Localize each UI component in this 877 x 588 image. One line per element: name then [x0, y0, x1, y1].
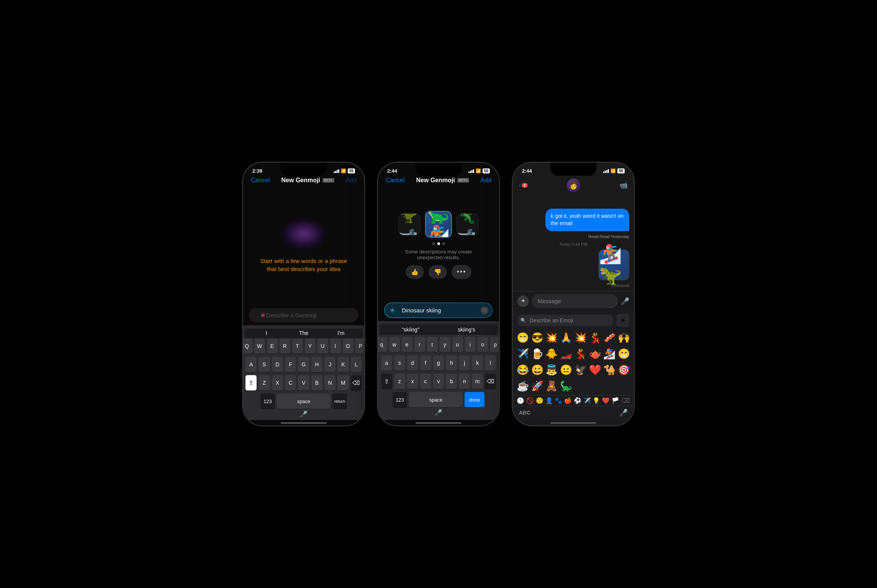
key-delete[interactable]: ⌫	[351, 375, 362, 390]
kb2-key-c[interactable]: c	[420, 374, 431, 389]
kb2-key-b[interactable]: b	[446, 374, 457, 389]
key-shift[interactable]: ⇧	[245, 375, 257, 390]
kb2-key-n[interactable]: n	[459, 374, 470, 389]
key-f[interactable]: F	[285, 357, 296, 372]
emoji-mic-button[interactable]: 🎤	[619, 408, 628, 417]
emoji-search-input[interactable]: Describe an Emoji	[517, 315, 613, 326]
suggestion-skiings[interactable]: skiing's	[438, 327, 494, 333]
key-l[interactable]: L	[351, 357, 362, 372]
suggestion-skiing-quoted[interactable]: "skiing"	[383, 327, 438, 333]
key-u[interactable]: U	[317, 338, 328, 354]
key-c[interactable]: C	[285, 375, 296, 390]
kb2-key-q[interactable]: q	[377, 337, 387, 352]
emoji-cell-1[interactable]: 😁	[516, 330, 530, 345]
key-s[interactable]: S	[259, 357, 270, 372]
mic-button-messages[interactable]: 🎤	[621, 297, 629, 305]
emoji-cell-15[interactable]: 🏂	[603, 346, 617, 361]
kb2-key-z[interactable]: z	[394, 374, 405, 389]
p2-input-text[interactable]: Dinosaur skiing	[402, 307, 441, 314]
emoji-cell-2[interactable]: 😎	[530, 330, 544, 345]
kb2-key-delete[interactable]: ⌫	[485, 374, 496, 389]
kb2-key-r[interactable]: r	[414, 337, 425, 352]
emoji-cell-6[interactable]: 💃	[588, 330, 602, 345]
suggestion-i[interactable]: I	[248, 330, 285, 336]
kb2-key-i[interactable]: i	[465, 337, 476, 352]
message-input[interactable]: Message	[532, 294, 618, 308]
key-w[interactable]: W	[254, 338, 265, 354]
kb2-key-d[interactable]: d	[407, 355, 418, 371]
emoji-cell-28[interactable]: 🦕	[559, 378, 573, 394]
key-y[interactable]: Y	[305, 338, 316, 354]
emoji-cat-food[interactable]: 🍎	[564, 397, 572, 404]
emoji-cell-23[interactable]: 🐪	[603, 362, 617, 377]
video-call-button[interactable]: 📹	[619, 181, 628, 189]
key-m[interactable]: M	[337, 375, 349, 390]
kb2-key-o[interactable]: o	[478, 337, 488, 352]
emoji-cat-travel[interactable]: ✈️	[583, 397, 591, 404]
back-button[interactable]: ‹ 2	[519, 182, 528, 189]
mic-icon-1[interactable]: 🎤	[245, 409, 363, 418]
emoji-cell-12[interactable]: 🏎️	[559, 346, 573, 361]
key-a[interactable]: A	[245, 357, 257, 372]
emoji-cell-9[interactable]: ✈️	[516, 346, 530, 361]
suggestion-im[interactable]: I'm	[322, 330, 360, 336]
emoji-result-center[interactable]: 🦕🏂	[425, 211, 452, 238]
genmoji-emoji-button[interactable]: ✳	[616, 314, 629, 327]
emoji-cell-22[interactable]: ❤️	[588, 362, 602, 377]
suggestion-the[interactable]: The	[285, 330, 322, 336]
kb2-key-u[interactable]: u	[452, 337, 463, 352]
emoji-cell-5[interactable]: 💥	[574, 330, 587, 345]
kb2-key-a[interactable]: a	[381, 355, 392, 371]
emoji-cell-13[interactable]: 💃	[574, 346, 587, 361]
emoji-cat-objects[interactable]: 💡	[592, 397, 600, 404]
kb2-key-g[interactable]: g	[433, 355, 444, 371]
emoji-cell-16[interactable]: 😁	[617, 346, 631, 361]
emoji-cat-activity[interactable]: ⚽	[574, 397, 581, 404]
kb2-key-m[interactable]: m	[472, 374, 483, 389]
add-button-2[interactable]: Add	[481, 177, 491, 184]
key-h[interactable]: H	[311, 357, 322, 372]
emoji-result-right[interactable]: 🦎🎿	[456, 213, 479, 235]
kb2-key-v[interactable]: v	[433, 374, 444, 389]
key-t[interactable]: T	[292, 338, 303, 354]
emoji-cell-21[interactable]: 🦅	[574, 362, 587, 377]
kb2-key-k[interactable]: k	[472, 355, 483, 371]
kb2-key-l[interactable]: l	[485, 355, 496, 371]
key-d[interactable]: D	[272, 357, 283, 372]
emoji-cat-flags[interactable]: 🏳️	[612, 397, 619, 404]
emoji-cat-no[interactable]: 🚫	[526, 397, 534, 404]
emoji-cell-20[interactable]: 😐	[559, 362, 573, 377]
emoji-cell-19[interactable]: 👼	[545, 362, 559, 377]
key-space[interactable]: space	[277, 394, 331, 409]
key-numbers[interactable]: 123	[260, 394, 275, 409]
emoji-cat-symbols[interactable]: ❤️	[602, 397, 610, 404]
more-button[interactable]: •••	[452, 265, 472, 279]
kb2-key-numbers[interactable]: 123	[393, 392, 407, 407]
kb2-key-space[interactable]: space	[409, 392, 463, 407]
cancel-button-1[interactable]: Cancel	[251, 177, 270, 184]
key-i[interactable]: I	[330, 338, 341, 354]
key-r[interactable]: R	[280, 338, 290, 354]
emoji-cat-delete[interactable]: ⌫	[621, 397, 630, 404]
key-q[interactable]: Q	[242, 338, 252, 354]
emoji-cell-17[interactable]: 😂	[516, 362, 530, 377]
emoji-layout-button[interactable]: ABC	[519, 410, 530, 416]
emoji-cell-3[interactable]: 💥	[545, 330, 559, 345]
kb2-key-w[interactable]: w	[389, 337, 400, 352]
kb2-key-e[interactable]: e	[402, 337, 412, 352]
emoji-cell-27[interactable]: 🧸	[545, 378, 559, 394]
key-e[interactable]: E	[267, 338, 278, 354]
key-b[interactable]: B	[311, 375, 322, 390]
emoji-cell-7[interactable]: 🥓	[603, 330, 617, 345]
p2-clear-button[interactable]: ✕	[481, 307, 488, 314]
emoji-cell-4[interactable]: 🙏	[559, 330, 573, 345]
cancel-button-2[interactable]: Cancel	[386, 177, 405, 184]
mic-icon-2[interactable]: 🎤	[380, 407, 497, 417]
key-x[interactable]: X	[272, 375, 283, 390]
key-k[interactable]: K	[337, 357, 349, 372]
emoji-cell-18[interactable]: 😀	[530, 362, 544, 377]
key-p[interactable]: P	[355, 338, 365, 354]
key-v[interactable]: V	[298, 375, 309, 390]
emoji-cat-smiley[interactable]: 🙂	[536, 397, 543, 404]
emoji-result-left[interactable]: 🦖🎿	[398, 213, 421, 235]
